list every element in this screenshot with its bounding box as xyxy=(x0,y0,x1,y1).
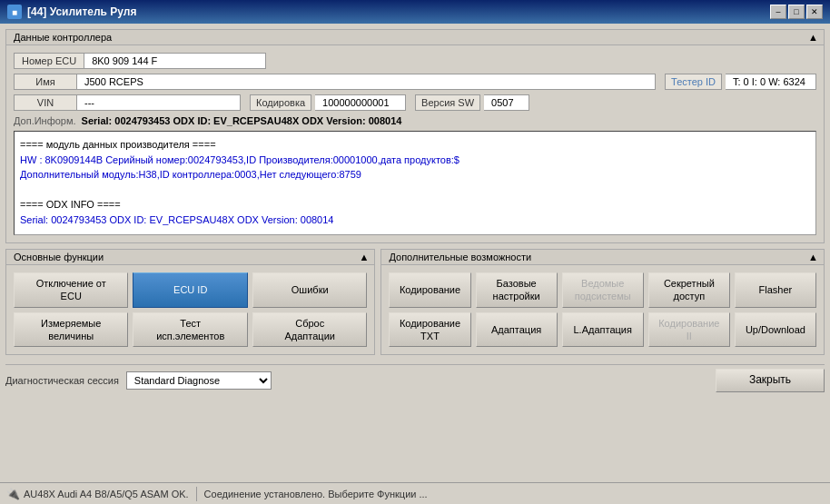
vin-label: VIN xyxy=(14,94,77,111)
sw-extra: Версия SW 0507 xyxy=(415,94,529,111)
info-line-3 xyxy=(20,183,810,198)
coding-value: 100000000001 xyxy=(315,94,406,111)
base-settings-button[interactable]: Базовые настройки xyxy=(476,272,558,308)
status-left: 🔌 AU48X Audi A4 B8/A5/Q5 ASAM OK. xyxy=(5,487,197,501)
extra-functions-section: Дополнительные возможности ▲ Кодирование… xyxy=(380,249,825,355)
vin-value: --- xyxy=(77,94,241,111)
controller-section: Данные контроллера ▲ Номер ECU 8K0 909 1… xyxy=(5,29,825,243)
reset-adapt-button[interactable]: Сброс Адаптации xyxy=(252,312,367,348)
sw-label: Версия SW xyxy=(415,94,480,111)
adaptation-button[interactable]: Адаптация xyxy=(476,312,558,348)
l-adaptation-button[interactable]: L.Адаптация xyxy=(562,312,644,348)
addon-info-row: Доп.Информ. Serial: 0024793453 ODX ID: E… xyxy=(14,115,816,126)
basic-functions-header: Основные функции ▲ xyxy=(6,250,374,265)
basic-functions-section: Основные функции ▲ Отключение от ECUECU … xyxy=(5,249,375,355)
ecu-value: 8K0 909 144 F xyxy=(84,53,266,69)
basic-functions-collapse[interactable]: ▲ xyxy=(360,252,370,262)
info-textarea: ==== модуль данных производителя ====HW … xyxy=(14,131,816,235)
basic-functions-body: Отключение от ECUECU IDОшибкиИзмеряемые … xyxy=(6,265,374,354)
name-row: Имя J500 RCEPS Тестер ID T: 0 I: 0 W: 63… xyxy=(14,74,816,90)
window-title: [44] Усилитель Руля xyxy=(27,5,136,18)
info-line-5: Serial: 0024793453 ODX ID: EV_RCEPSAU48X… xyxy=(20,212,810,228)
diag-row: Диагностическая сессия Standard Diagnose… xyxy=(5,364,825,396)
extra-functions-collapse[interactable]: ▲ xyxy=(808,252,818,262)
ecu-label: Номер ECU xyxy=(14,53,84,69)
extra-functions-header: Дополнительные возможности ▲ xyxy=(381,250,824,265)
tester-value: T: 0 I: 0 W: 6324 xyxy=(726,74,816,90)
status-right-text: Соединение установлено. Выберите Функции… xyxy=(204,489,428,499)
close-main-button[interactable]: Закрыть xyxy=(716,369,825,392)
info-line-1: HW : 8K0909144B Серийный номер:002479345… xyxy=(20,153,810,168)
errors-button[interactable]: Ошибки xyxy=(252,272,367,308)
addon-label: Доп.Информ. xyxy=(14,115,76,126)
off-ecu-button[interactable]: Отключение от ECU xyxy=(14,272,128,308)
ecu-id-button[interactable]: ECU ID xyxy=(133,272,247,308)
extra-btn-row2: Кодирование TXTАдаптацияL.АдаптацияКодир… xyxy=(389,312,816,348)
app-icon: ■ xyxy=(7,5,22,19)
info-line-2: Дополнительный модуль:H38,ID контроллера… xyxy=(20,167,810,183)
coding-txt-button[interactable]: Кодирование TXT xyxy=(389,312,470,348)
name-value: J500 RCEPS xyxy=(77,74,656,90)
addon-value: Serial: 0024793453 ODX ID: EV_RCEPSAU48X… xyxy=(82,115,402,126)
coding-button[interactable]: Кодирование xyxy=(389,272,470,308)
controller-section-title: Данные контроллера xyxy=(14,32,112,43)
sw-value: 0507 xyxy=(484,94,529,111)
info-line-4: ==== ODX INFO ==== xyxy=(20,197,810,212)
controller-section-collapse[interactable]: ▲ xyxy=(808,32,818,43)
extra-btn-row1: КодированиеБазовые настройкиВедомые подс… xyxy=(389,272,816,308)
flasher-button[interactable]: Flasher xyxy=(735,272,816,308)
diag-label: Диагностическая сессия xyxy=(5,375,119,386)
extra-functions-title: Дополнительные возможности xyxy=(389,252,531,262)
bottom-sections: Основные функции ▲ Отключение от ECUECU … xyxy=(5,249,825,361)
basic-functions-title: Основные функции xyxy=(14,252,104,262)
minimize-button[interactable]: – xyxy=(770,5,786,19)
main-body: Данные контроллера ▲ Номер ECU 8K0 909 1… xyxy=(0,24,830,504)
status-bar: 🔌 AU48X Audi A4 B8/A5/Q5 ASAM OK. Соедин… xyxy=(0,482,830,504)
up-download-button[interactable]: Up/Download xyxy=(735,312,816,348)
vin-row: VIN --- Кодировка 100000000001 Версия SW… xyxy=(14,94,816,111)
title-bar: ■ [44] Усилитель Руля – □ ✕ xyxy=(0,0,830,24)
measure-button[interactable]: Измеряемые величины xyxy=(14,312,128,348)
restore-button[interactable]: □ xyxy=(788,5,805,19)
status-icon: 🔌 xyxy=(5,487,20,501)
coding-label: Кодировка xyxy=(250,94,311,111)
info-line-0: ==== модуль данных производителя ==== xyxy=(20,137,810,153)
basic-btn-grid: Отключение от ECUECU IDОшибкиИзмеряемые … xyxy=(14,272,367,347)
tester-extra: Тестер ID T: 0 I: 0 W: 6324 xyxy=(665,74,816,90)
ecu-row: Номер ECU 8K0 909 144 F xyxy=(14,53,816,69)
close-button[interactable]: ✕ xyxy=(806,5,823,19)
window-controls: – □ ✕ xyxy=(770,5,823,19)
tester-label: Тестер ID xyxy=(665,74,722,90)
coding-extra: Кодировка 100000000001 xyxy=(250,94,406,111)
extra-functions-body: КодированиеБазовые настройкиВедомые подс… xyxy=(381,265,824,354)
secret-button[interactable]: Секретный доступ xyxy=(648,272,730,308)
controller-section-header: Данные контроллера ▲ xyxy=(6,30,824,45)
diag-select[interactable]: Standard DiagnoseExtended Diagnose xyxy=(126,371,272,390)
slave-sys-button: Ведомые подсистемы xyxy=(562,272,644,308)
test-elem-button[interactable]: Тест исп.элементов xyxy=(133,312,247,348)
status-left-text: AU48X Audi A4 B8/A5/Q5 ASAM OK. xyxy=(24,489,189,499)
coding-ii-button: Кодирование II xyxy=(648,312,730,348)
name-label: Имя xyxy=(14,74,77,90)
